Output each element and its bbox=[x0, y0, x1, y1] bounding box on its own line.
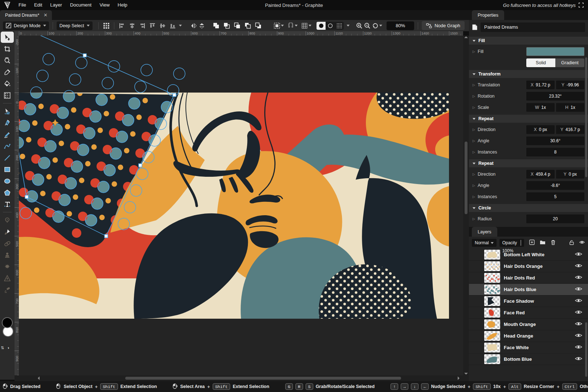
hair-dot[interactable] bbox=[130, 131, 136, 137]
disclosure-icon[interactable]: ▷ bbox=[473, 195, 478, 199]
layer-name[interactable]: Bottom Left White bbox=[504, 252, 571, 257]
fullscreen-hint[interactable]: Go fullscreen to access all hotkeys bbox=[503, 0, 584, 10]
hair-dot[interactable] bbox=[118, 165, 123, 170]
disclosure-icon[interactable]: ▷ bbox=[473, 106, 478, 109]
hair-dot[interactable] bbox=[143, 98, 148, 103]
opacity-slider[interactable]: Opacity 100% bbox=[499, 239, 524, 247]
eyedropper-tool[interactable] bbox=[1, 66, 14, 78]
hair-dot[interactable] bbox=[97, 162, 106, 171]
layer-name[interactable]: Hair Dots Blue bbox=[504, 287, 571, 292]
value-field[interactable]: W1x bbox=[526, 103, 555, 112]
value-field[interactable]: Y416.7 p bbox=[556, 125, 584, 134]
vertical-scrollbar[interactable] bbox=[463, 36, 469, 375]
layer-row-hair-dots-blue[interactable]: Hair Dots Blue bbox=[469, 284, 588, 295]
hair-dot[interactable] bbox=[103, 145, 112, 154]
hair-dot[interactable] bbox=[110, 94, 115, 100]
align-center-h-icon[interactable] bbox=[128, 22, 136, 30]
layer-row-face-white[interactable]: Face White bbox=[469, 342, 588, 354]
section-header[interactable]: Circle bbox=[469, 204, 588, 212]
canvas-viewport[interactable] bbox=[19, 36, 463, 375]
value-field[interactable]: 30.6° bbox=[526, 136, 584, 145]
disclosure-icon[interactable]: ▷ bbox=[473, 184, 478, 187]
text-tool[interactable] bbox=[1, 199, 14, 210]
zoom-level-field[interactable]: 80% bbox=[387, 21, 414, 30]
layer-thumbnail[interactable] bbox=[484, 273, 500, 283]
layer-visibility-eye-icon[interactable] bbox=[575, 356, 584, 362]
menu-layer[interactable]: Layer bbox=[46, 0, 66, 10]
swap-colors-icon[interactable]: ⇅ bbox=[1, 346, 4, 350]
navigate-tool[interactable] bbox=[1, 55, 14, 66]
cage-handle[interactable] bbox=[173, 93, 176, 97]
section-header[interactable]: Transform bbox=[469, 70, 588, 78]
flip-vertical-icon[interactable] bbox=[198, 22, 206, 30]
chevron-down-icon[interactable] bbox=[295, 25, 298, 26]
flip-horizontal-icon[interactable] bbox=[190, 22, 198, 30]
ellipse-tool[interactable] bbox=[1, 175, 14, 187]
hair-dot[interactable] bbox=[76, 124, 86, 134]
scroll-up-arrow[interactable] bbox=[464, 36, 468, 38]
hair-dot[interactable] bbox=[135, 148, 145, 158]
hair-dot[interactable] bbox=[32, 121, 38, 126]
hair-dot[interactable] bbox=[44, 121, 53, 130]
hair-dot[interactable] bbox=[98, 128, 103, 133]
spline-tool[interactable] bbox=[1, 140, 14, 152]
hair-dot[interactable] bbox=[50, 104, 59, 114]
disclosure-icon[interactable]: ▷ bbox=[473, 217, 478, 221]
hair-dot[interactable] bbox=[82, 108, 92, 117]
hair-dot[interactable] bbox=[65, 124, 70, 130]
polygon-tool[interactable] bbox=[1, 187, 14, 198]
layer-name[interactable]: Head Orange bbox=[504, 333, 571, 339]
tab-close-icon[interactable]: ✕ bbox=[43, 12, 48, 18]
cage-handle[interactable] bbox=[139, 164, 142, 167]
hair-dot[interactable] bbox=[58, 175, 67, 184]
hair-dot[interactable] bbox=[37, 138, 47, 147]
hair-dot[interactable] bbox=[142, 132, 151, 141]
align-left-icon[interactable] bbox=[118, 22, 126, 30]
layer-name[interactable]: Hair Dots Orange bbox=[504, 264, 571, 269]
hair-dot[interactable] bbox=[109, 128, 118, 138]
select-tool[interactable] bbox=[1, 32, 14, 43]
align-top-icon[interactable] bbox=[148, 22, 156, 30]
layer-thumbnail[interactable] bbox=[484, 261, 500, 271]
value-field[interactable]: -8.6° bbox=[526, 181, 584, 190]
hair-dot[interactable] bbox=[40, 191, 46, 196]
hair-dot[interactable] bbox=[148, 115, 157, 124]
align-middle-v-icon[interactable] bbox=[159, 22, 167, 30]
hair-dot[interactable] bbox=[25, 171, 34, 180]
hair-dot[interactable] bbox=[72, 228, 81, 238]
section-header[interactable]: Fill bbox=[469, 37, 588, 45]
boolean-intersect-icon[interactable] bbox=[244, 22, 252, 30]
layer-visibility-eye-icon[interactable] bbox=[575, 333, 584, 339]
layer-name[interactable]: Face Shadow bbox=[504, 298, 571, 304]
hair-dot[interactable] bbox=[85, 161, 91, 167]
graphite-logo-icon[interactable] bbox=[4, 1, 12, 9]
hair-dot[interactable] bbox=[64, 158, 73, 167]
value-field[interactable]: X459.4 p bbox=[526, 170, 555, 179]
view-mode-outline[interactable] bbox=[326, 22, 335, 30]
snapping-magnet-icon[interactable] bbox=[287, 22, 295, 30]
hair-dot[interactable] bbox=[46, 174, 52, 180]
cage-handle[interactable] bbox=[83, 54, 86, 57]
menu-file[interactable]: File bbox=[15, 0, 30, 10]
hair-dot[interactable] bbox=[115, 111, 124, 121]
chevron-down-icon[interactable] bbox=[309, 25, 311, 26]
menu-help[interactable]: Help bbox=[114, 0, 131, 10]
delete-layer-icon[interactable] bbox=[550, 240, 556, 246]
layer-row-bottom-left-white[interactable]: Bottom Left White bbox=[469, 249, 588, 261]
boolean-difference-icon[interactable] bbox=[254, 22, 262, 30]
menu-view[interactable]: View bbox=[95, 0, 114, 10]
add-layer-icon[interactable] bbox=[529, 240, 535, 246]
hair-dot[interactable] bbox=[79, 178, 85, 183]
layer-row-face-shadow[interactable]: Face Shadow bbox=[469, 295, 588, 307]
visibility-icon[interactable] bbox=[579, 240, 585, 246]
boolean-union-icon[interactable] bbox=[212, 22, 220, 30]
layer-thumbnail[interactable] bbox=[484, 331, 500, 341]
menu-document[interactable]: Document bbox=[66, 0, 95, 10]
new-folder-icon[interactable] bbox=[540, 240, 546, 246]
layer-row-head-orange[interactable]: Head Orange bbox=[469, 330, 588, 342]
hair-dot[interactable] bbox=[90, 178, 100, 188]
node-graph-button[interactable]: Node Graph bbox=[422, 21, 465, 30]
disclosure-icon[interactable]: ▷ bbox=[473, 128, 478, 131]
layer-thumbnail[interactable] bbox=[484, 250, 500, 260]
chevron-down-icon[interactable] bbox=[179, 25, 182, 26]
